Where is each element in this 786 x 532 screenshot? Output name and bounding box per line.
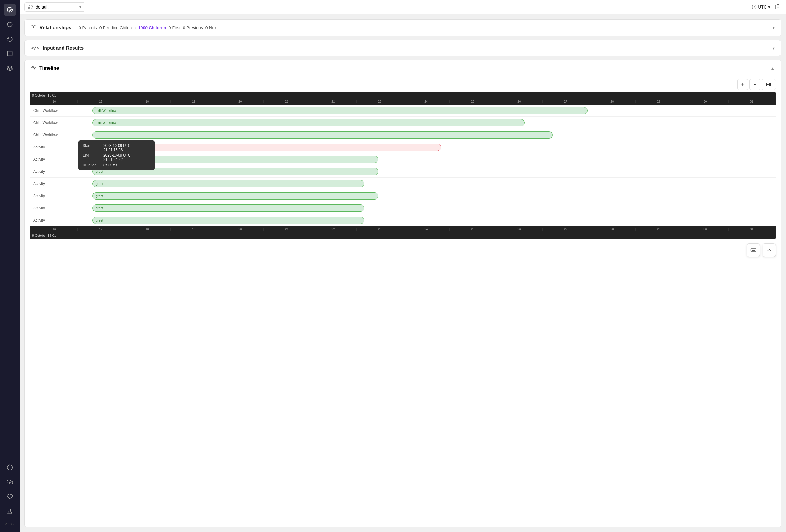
input-results-card: </> Input and Results ▾ [24, 40, 781, 56]
bar-5[interactable]: greet [92, 168, 378, 175]
relationships-card: Relationships 0 Parents 0 Pending Childr… [24, 19, 781, 36]
btick-27: 27 [542, 227, 589, 231]
timeline-row-4: Activity greet [29, 153, 776, 166]
timeline-title: Timeline [39, 66, 59, 71]
row-5-label: Activity [29, 169, 78, 174]
bar-6[interactable]: greet [92, 180, 364, 187]
sidebar-item-history[interactable] [4, 33, 16, 45]
stat-first: 0 First [169, 25, 181, 30]
btick-20: 20 [217, 227, 263, 231]
content-area: Relationships 0 Parents 0 Pending Childr… [20, 14, 786, 532]
btick-16: 16 [31, 227, 77, 231]
utc-chevron: ▾ [768, 5, 770, 9]
svg-rect-20 [751, 249, 756, 252]
workflow-dropdown[interactable]: default ▾ [24, 2, 85, 11]
row-7-content[interactable]: greet [78, 190, 776, 202]
bar-4[interactable]: greet [92, 156, 378, 163]
sidebar-item-upload[interactable] [4, 476, 16, 488]
btick-19: 19 [170, 227, 217, 231]
sidebar-item-layers[interactable] [4, 62, 16, 74]
row-3-content[interactable]: greet [78, 141, 776, 153]
keyboard-button[interactable] [747, 243, 760, 257]
row-5-content[interactable]: greet [78, 166, 776, 177]
input-results-chevron: ▾ [772, 46, 775, 51]
bar-9[interactable]: greet [92, 217, 364, 224]
timeline-axis-bottom: 16 17 18 19 20 21 22 23 24 25 26 27 28 2… [29, 226, 776, 239]
tick-31: 31 [729, 100, 775, 103]
sidebar-item-flask[interactable] [4, 505, 16, 517]
relationships-title: Relationships [39, 25, 71, 30]
timeline-date-bottom: 9 October 16:01 [32, 234, 56, 237]
clock-icon [752, 5, 757, 9]
input-results-title: Input and Results [43, 45, 84, 51]
row-8-content[interactable]: greet [78, 202, 776, 214]
zoom-out-button[interactable]: - [749, 79, 760, 90]
svg-point-1 [9, 9, 11, 11]
timeline-row-2: Child Workflow Start 2023-10-09 UTC 21:0… [29, 129, 776, 141]
sidebar-item-monitor[interactable] [4, 18, 16, 30]
row-7-label: Activity [29, 194, 78, 198]
btick-24: 24 [403, 227, 449, 231]
utc-selector[interactable]: UTC ▾ [752, 5, 770, 9]
btick-30: 30 [682, 227, 729, 231]
code-icon: </> [31, 45, 40, 51]
relationships-chevron: ▾ [772, 25, 775, 30]
timeline-icon [31, 65, 36, 71]
tick-29: 29 [635, 100, 682, 103]
tick-26: 26 [496, 100, 542, 103]
stat-next: 0 Next [206, 25, 218, 30]
timeline-ticks-bottom: 16 17 18 19 20 21 22 23 24 25 26 27 28 2… [29, 226, 776, 239]
sidebar-item-box[interactable] [4, 48, 16, 60]
timeline-row-8: Activity greet [29, 202, 776, 214]
tick-23: 23 [356, 100, 403, 103]
stat-parents: 0 Parents [79, 25, 97, 30]
sidebar-item-globe[interactable] [4, 461, 16, 474]
bottom-toolbar [25, 241, 781, 259]
btick-18: 18 [124, 227, 170, 231]
camera-button[interactable] [775, 4, 781, 11]
tick-24: 24 [403, 100, 449, 103]
input-results-header[interactable]: </> Input and Results ▾ [25, 40, 781, 56]
main-content: default ▾ UTC ▾ Relationships 0 P [20, 0, 786, 532]
timeline-header: Timeline ▲ [25, 60, 781, 76]
bar-3[interactable]: greet [92, 144, 441, 151]
row-4-content[interactable]: greet [78, 153, 776, 165]
btick-28: 28 [589, 227, 635, 231]
sidebar-item-heart[interactable] [4, 490, 16, 503]
bar-8[interactable]: greet [92, 204, 364, 212]
sidebar-item-target[interactable] [4, 4, 16, 16]
bar-7[interactable]: greet [92, 192, 378, 199]
fit-button[interactable]: Fit [762, 79, 776, 90]
row-9-label: Activity [29, 218, 78, 222]
timeline-row-1: Child Workflow childWorkflow [29, 117, 776, 129]
row-6-content[interactable]: greet [78, 178, 776, 190]
bar-0[interactable]: childWorkflow [92, 107, 587, 114]
row-9-content[interactable]: greet [78, 214, 776, 226]
row-0-content[interactable]: childWorkflow [78, 104, 776, 116]
timeline-chevron[interactable]: ▲ [770, 66, 775, 71]
bar-1[interactable]: childWorkflow [92, 119, 525, 126]
topbar: default ▾ UTC ▾ [20, 0, 786, 14]
refresh-icon [28, 5, 33, 9]
row-2-content[interactable] [78, 129, 776, 141]
btick-21: 21 [263, 227, 310, 231]
timeline-ticks-top: 16 17 18 19 20 21 22 23 24 25 26 27 28 2… [29, 98, 776, 103]
utc-label: UTC [758, 5, 767, 9]
timeline-card: Timeline ▲ + - Fit 9 October 16:01 16 17… [24, 60, 781, 527]
svg-rect-7 [8, 51, 12, 56]
scroll-top-button[interactable] [763, 243, 776, 257]
tick-20: 20 [217, 100, 263, 103]
bar-2[interactable] [92, 131, 553, 139]
timeline-row-6: Activity greet [29, 178, 776, 190]
stat-previous: 0 Previous [183, 25, 203, 30]
tick-16: 16 [31, 100, 77, 103]
tick-27: 27 [542, 100, 589, 103]
tick-28: 28 [589, 100, 635, 103]
timeline-row-5: Activity greet [29, 166, 776, 178]
zoom-in-button[interactable]: + [737, 79, 748, 90]
timeline-date-top: 9 October 16:01 [32, 94, 56, 97]
stat-children: 1000 Children [138, 25, 166, 30]
relationships-header[interactable]: Relationships 0 Parents 0 Pending Childr… [25, 20, 781, 36]
relationships-icon [31, 24, 36, 31]
row-1-content[interactable]: childWorkflow [78, 117, 776, 128]
